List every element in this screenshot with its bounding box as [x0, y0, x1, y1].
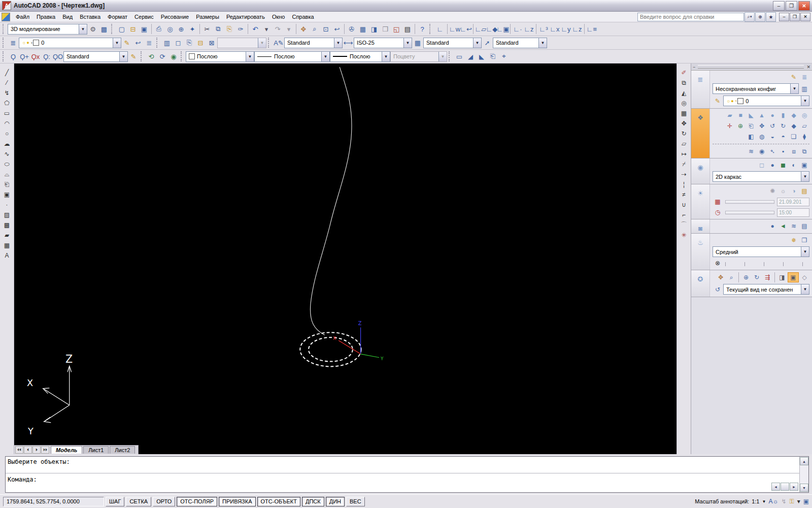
- chevron-down-icon[interactable]: ▼: [321, 52, 329, 61]
- stretch-icon[interactable]: ↦: [679, 149, 689, 158]
- text-style-icon[interactable]: A✎: [273, 38, 284, 48]
- workspace-combo[interactable]: 3D моделирование ▼: [8, 24, 87, 35]
- annotation-visibility-icon[interactable]: A☼: [768, 498, 778, 505]
- dynamic-ucs-icon[interactable]: ✛: [725, 121, 735, 131]
- dash-light-panel-icon[interactable]: ☀: [695, 188, 706, 198]
- restore-button[interactable]: ❐: [786, 1, 797, 11]
- new-file-icon[interactable]: ▢: [116, 24, 127, 34]
- dash-3dnavigate-panel-icon[interactable]: ✪: [695, 274, 706, 284]
- explode-icon[interactable]: ✳: [679, 230, 689, 240]
- break-icon[interactable]: ≠: [679, 189, 689, 199]
- command-scrollbar[interactable]: ▲ ▼: [799, 457, 808, 492]
- scroll-right-icon[interactable]: ►: [790, 483, 798, 491]
- toolbar-grip[interactable]: [429, 24, 433, 34]
- command-splitter[interactable]: [6, 473, 799, 473]
- ellipse-arc-icon[interactable]: ⌓: [2, 169, 12, 179]
- redo-dropdown-icon[interactable]: ▾: [283, 24, 294, 34]
- 3d-mirror-icon[interactable]: ➴: [767, 147, 777, 156]
- layer-states-manager-icon[interactable]: ≣: [144, 38, 155, 48]
- tab-model[interactable]: Модель: [51, 446, 82, 454]
- cut-icon[interactable]: ✂: [201, 24, 213, 34]
- dash-pan-icon[interactable]: ✥: [716, 273, 726, 282]
- publish-icon[interactable]: ⊕: [176, 24, 187, 34]
- menu-help[interactable]: Справка: [288, 13, 317, 21]
- quickcalc-icon[interactable]: ▤: [402, 24, 413, 34]
- dimension-style-icon[interactable]: ⟷: [343, 38, 354, 48]
- linetype-combo[interactable]: Послою ▼: [254, 51, 330, 62]
- point-icon[interactable]: ∙: [2, 200, 12, 209]
- edit-style-icon[interactable]: ✎: [128, 51, 139, 61]
- shadows-icon[interactable]: ◑: [789, 186, 799, 196]
- join-icon[interactable]: ∪: [679, 200, 689, 209]
- toggle-grid[interactable]: СЕТКА: [126, 497, 151, 506]
- planar-surface-icon[interactable]: ▱: [799, 121, 809, 131]
- chevron-down-icon[interactable]: ▼: [473, 38, 481, 48]
- render-output-slider[interactable]: [725, 262, 807, 266]
- extract-edges-icon[interactable]: ◧: [746, 132, 756, 141]
- layer-config-combo[interactable]: Несохраненная конфиг ▼: [713, 83, 799, 94]
- advanced-render-settings-icon[interactable]: ❐: [799, 236, 809, 245]
- text-style-combo[interactable]: Standard ▼: [284, 38, 343, 48]
- chevron-down-icon[interactable]: ▼: [113, 38, 121, 48]
- mleader-style-combo[interactable]: Standard ▼: [493, 38, 547, 48]
- spline-icon[interactable]: ∿: [2, 149, 12, 158]
- intersect-icon[interactable]: ◓: [778, 132, 788, 141]
- ucs-3point-icon[interactable]: ∟³: [538, 24, 549, 34]
- chevron-down-icon[interactable]: ▼: [403, 38, 412, 48]
- layer-isolate-icon[interactable]: ◻: [173, 38, 184, 48]
- mdi-minimize-button[interactable]: –: [779, 13, 789, 21]
- named-view-combo[interactable]: Текущий вид не сохранен ▼: [723, 284, 809, 295]
- match-properties-icon[interactable]: ✑: [235, 24, 246, 34]
- manage-visual-styles-icon[interactable]: ◐: [789, 161, 799, 170]
- render-environment-icon[interactable]: ✵: [789, 236, 799, 245]
- helix-icon[interactable]: ≋: [746, 147, 756, 156]
- dash-materials-panel-icon[interactable]: ◙: [695, 223, 706, 233]
- 3d-wireframe-icon[interactable]: ●: [767, 161, 777, 170]
- zoom-window-icon[interactable]: ⊡: [320, 24, 331, 34]
- model-space[interactable]: Z X Y Z X Y: [14, 64, 676, 454]
- open-file-icon[interactable]: ⊟: [127, 24, 139, 34]
- hatch-icon[interactable]: ▨: [2, 210, 12, 219]
- toolbar-grip[interactable]: [449, 51, 452, 61]
- tab-next-button[interactable]: ⏵: [32, 446, 41, 454]
- menu-draw[interactable]: Рисование: [157, 13, 192, 21]
- toolbar-grip[interactable]: [3, 51, 6, 61]
- union-icon[interactable]: ◍: [757, 132, 767, 141]
- time-slider[interactable]: [725, 211, 774, 214]
- menu-dimension[interactable]: Размеры: [192, 13, 223, 21]
- menu-view[interactable]: Вид: [59, 13, 76, 21]
- sky-status-icon[interactable]: ☼: [778, 186, 788, 196]
- annotation-scale-dropdown-icon[interactable]: ▼: [762, 499, 766, 504]
- save-icon[interactable]: ▣: [139, 24, 150, 34]
- toolbar-lock-icon[interactable]: ⚿: [789, 498, 794, 505]
- box-icon[interactable]: ■: [735, 111, 746, 120]
- extrude-icon[interactable]: ⎗: [746, 121, 756, 131]
- dash-3dmake-panel-icon[interactable]: ❖: [695, 112, 706, 122]
- toggle-polar[interactable]: ОТС-ПОЛЯР: [177, 497, 217, 506]
- my-workspace-icon[interactable]: ▩: [98, 24, 110, 34]
- dash-layer-combo[interactable]: ☼ ● ◔ 0 ▼: [723, 96, 809, 106]
- visual-style-combo[interactable]: 2D каркас ▼: [713, 171, 809, 182]
- offset-icon[interactable]: ◎: [679, 98, 689, 108]
- date-slider[interactable]: [725, 200, 774, 204]
- ucs-face-icon[interactable]: ∟▱: [475, 24, 486, 34]
- free-orbit-icon[interactable]: ⟳: [157, 51, 168, 61]
- hscroll-thumb[interactable]: [781, 483, 789, 491]
- spline-curve[interactable]: [310, 67, 352, 335]
- rectangle-icon[interactable]: ▭: [2, 108, 12, 118]
- layer-copy-objects-icon[interactable]: ⊟: [195, 38, 206, 48]
- ucs-world-icon[interactable]: ∟w: [449, 24, 460, 34]
- constrained-orbit-icon[interactable]: ⟲: [146, 51, 157, 61]
- attach-by-layer-icon[interactable]: ◄: [778, 221, 788, 231]
- mdi-restore-button[interactable]: ❐: [790, 13, 800, 21]
- chevron-down-icon[interactable]: ▼: [538, 38, 547, 48]
- scroll-up-icon[interactable]: ▲: [800, 457, 808, 465]
- help-search-icon[interactable]: ⌕▾: [745, 12, 755, 22]
- lineweight-combo[interactable]: Послою ▼: [330, 51, 390, 62]
- tab-layout1[interactable]: Лист1: [83, 446, 109, 454]
- 2d-wireframe-icon[interactable]: ◻: [757, 161, 767, 170]
- chevron-down-icon[interactable]: ▼: [119, 52, 127, 61]
- erase-icon[interactable]: ✐: [679, 68, 689, 77]
- fillet-icon[interactable]: ⌒: [679, 220, 689, 230]
- communication-center-icon[interactable]: ✵: [755, 12, 765, 22]
